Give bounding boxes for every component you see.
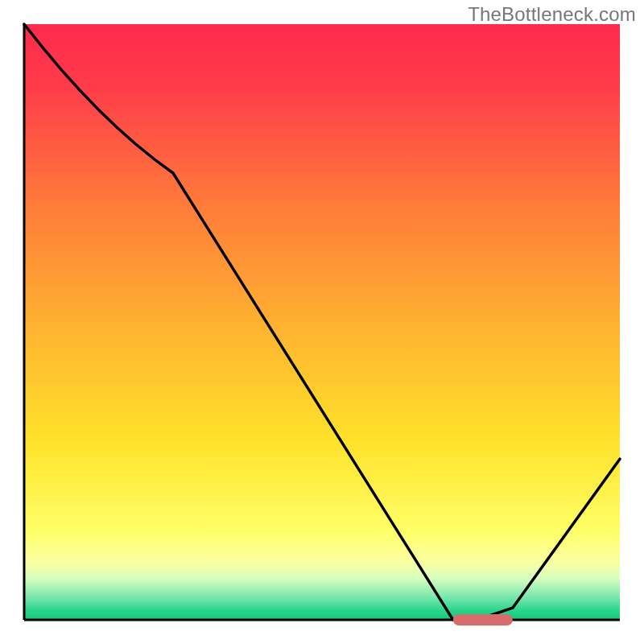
plot-background (24, 24, 620, 620)
bottleneck-chart (0, 0, 644, 644)
optimal-marker (453, 614, 513, 625)
chart-container: TheBottleneck.com (0, 0, 644, 644)
